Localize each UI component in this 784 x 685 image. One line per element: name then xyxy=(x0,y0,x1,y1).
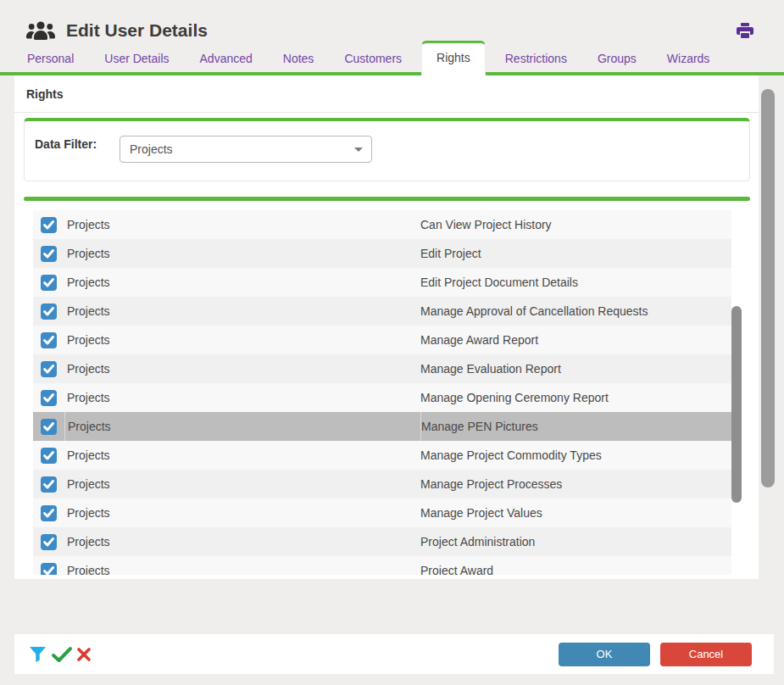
rights-row[interactable]: Projects Edit Project Document Details xyxy=(33,268,731,297)
close-icon[interactable] xyxy=(76,647,92,662)
rights-panel: Rights Data Filter: Projects Projects Ca… xyxy=(14,75,759,579)
chevron-down-icon xyxy=(354,148,363,152)
row-right-name: Manage Evaluation Report xyxy=(420,354,731,383)
checked-checkbox[interactable] xyxy=(41,246,57,262)
row-right-name: Edit Project xyxy=(420,239,731,268)
data-filter-label: Data Filter: xyxy=(35,136,97,154)
rights-rows: Projects Can View Project History Projec… xyxy=(33,210,750,575)
row-right-name: Manage Opening Ceremony Report xyxy=(420,383,731,412)
row-category: Projects xyxy=(64,441,420,470)
rights-row[interactable]: Projects Manage Project Values xyxy=(33,498,731,527)
page-title: Edit User Details xyxy=(66,20,208,41)
row-checkbox-cell xyxy=(33,297,64,326)
row-right-name: Project Administration xyxy=(420,527,731,556)
tab-restrictions[interactable]: Restrictions xyxy=(494,45,578,72)
tab-bar: PersonalUser DetailsAdvancedNotesCustome… xyxy=(0,44,784,75)
row-right-name: Manage Project Commodity Types xyxy=(420,441,731,470)
checked-checkbox[interactable] xyxy=(41,505,57,521)
row-checkbox-cell xyxy=(33,210,64,239)
checked-checkbox[interactable] xyxy=(41,563,57,576)
data-filter-panel: Data Filter: Projects xyxy=(24,118,750,181)
row-checkbox-cell xyxy=(33,326,64,354)
checked-checkbox[interactable] xyxy=(41,332,57,348)
row-checkbox-cell xyxy=(33,498,64,527)
tab-user-details[interactable]: User Details xyxy=(93,45,180,72)
row-category: Projects xyxy=(64,354,420,383)
row-right-name: Manage PEN Pictures xyxy=(420,412,731,441)
users-icon xyxy=(25,20,56,42)
row-checkbox-cell xyxy=(33,354,64,383)
row-right-name: Manage Approval of Cancellation Requests xyxy=(420,297,731,326)
row-checkbox-cell xyxy=(33,268,64,297)
rights-row[interactable]: Projects Manage Opening Ceremony Report xyxy=(33,383,731,412)
footer-icons xyxy=(28,644,92,664)
row-checkbox-cell xyxy=(33,556,64,575)
footer-bar: OK Cancel xyxy=(14,634,774,674)
row-category: Projects xyxy=(64,239,420,268)
row-category: Projects xyxy=(64,210,420,239)
tab-advanced[interactable]: Advanced xyxy=(189,45,264,72)
row-right-name: Can View Project History xyxy=(420,210,731,239)
row-right-name: Project Award xyxy=(420,556,731,575)
rights-row[interactable]: Projects Can View Project History xyxy=(33,210,731,239)
tab-notes[interactable]: Notes xyxy=(272,45,325,72)
row-checkbox-cell xyxy=(33,470,64,498)
rights-row[interactable]: Projects Manage PEN Pictures xyxy=(33,412,731,441)
window-scrollbar-thumb[interactable] xyxy=(761,89,775,487)
row-checkbox-cell xyxy=(33,527,64,556)
rights-row[interactable]: Projects Manage Evaluation Report xyxy=(33,354,731,383)
row-right-name: Manage Project Values xyxy=(420,498,731,527)
section-divider xyxy=(24,197,750,201)
row-checkbox-cell xyxy=(33,383,64,412)
checked-checkbox[interactable] xyxy=(41,419,57,435)
row-category: Projects xyxy=(64,326,420,354)
rights-row[interactable]: Projects Manage Project Commodity Types xyxy=(33,441,731,470)
tab-rights[interactable]: Rights xyxy=(421,41,486,75)
cancel-button[interactable]: Cancel xyxy=(660,643,752,666)
row-category: Projects xyxy=(64,527,420,556)
checked-checkbox[interactable] xyxy=(41,217,57,233)
filter-icon[interactable] xyxy=(28,644,47,664)
tab-personal[interactable]: Personal xyxy=(16,45,85,72)
row-category: Projects xyxy=(64,297,420,326)
row-category: Projects xyxy=(64,383,420,412)
tab-customers[interactable]: Customers xyxy=(333,45,413,72)
rights-list: Projects Can View Project History Projec… xyxy=(33,210,750,575)
check-icon[interactable] xyxy=(51,646,73,663)
checked-checkbox[interactable] xyxy=(41,390,57,406)
row-checkbox-cell xyxy=(33,239,64,268)
checked-checkbox[interactable] xyxy=(41,448,57,464)
footer-buttons: OK Cancel xyxy=(559,643,752,666)
row-category: Projects xyxy=(64,498,420,527)
checked-checkbox[interactable] xyxy=(41,361,57,377)
checked-checkbox[interactable] xyxy=(41,476,57,493)
row-category: Projects xyxy=(64,556,420,575)
data-filter-value: Projects xyxy=(130,142,173,156)
row-right-name: Edit Project Document Details xyxy=(420,268,731,297)
rights-row[interactable]: Projects Edit Project xyxy=(33,239,731,268)
rights-row[interactable]: Projects Manage Approval of Cancellation… xyxy=(33,297,731,326)
tab-wizards[interactable]: Wizards xyxy=(656,45,721,72)
tab-groups[interactable]: Groups xyxy=(587,45,648,72)
rights-row[interactable]: Projects Manage Award Report xyxy=(33,326,731,354)
row-category: Projects xyxy=(64,412,420,441)
row-checkbox-cell xyxy=(33,412,64,441)
rights-row[interactable]: Projects Project Award xyxy=(33,556,731,575)
print-icon[interactable] xyxy=(737,23,753,38)
row-category: Projects xyxy=(64,268,420,297)
section-heading: Rights xyxy=(14,75,759,113)
row-right-name: Manage Award Report xyxy=(420,326,731,354)
row-right-name: Manage Project Processes xyxy=(420,470,731,498)
checked-checkbox[interactable] xyxy=(41,304,57,320)
row-checkbox-cell xyxy=(33,441,64,470)
checked-checkbox[interactable] xyxy=(41,534,57,550)
rights-row[interactable]: Projects Project Administration xyxy=(33,527,731,556)
dialog-header: Edit User Details xyxy=(0,0,784,41)
ok-button[interactable]: OK xyxy=(559,643,650,666)
checked-checkbox[interactable] xyxy=(41,275,57,291)
row-category: Projects xyxy=(64,470,420,498)
list-scrollbar-thumb[interactable] xyxy=(731,306,742,503)
rights-row[interactable]: Projects Manage Project Processes xyxy=(33,470,731,498)
data-filter-select[interactable]: Projects xyxy=(120,136,372,163)
